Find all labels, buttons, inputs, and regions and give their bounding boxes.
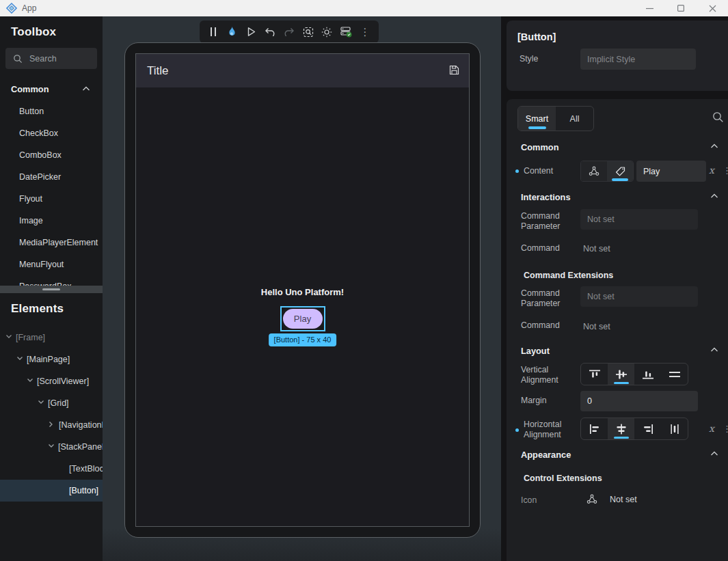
content-input[interactable]: Play — [636, 161, 706, 182]
binding-nodes-icon[interactable] — [587, 494, 597, 504]
server-status-icon[interactable] — [338, 24, 354, 40]
design-canvas[interactable]: ⋮ Title Hello Uno Platform! Play [Button… — [103, 16, 501, 561]
tree-item-frame[interactable]: [Frame] — [0, 327, 103, 348]
minimize-button[interactable] — [634, 0, 665, 16]
toolbox-item-image[interactable]: Image — [0, 210, 103, 232]
chevron-right-icon[interactable] — [49, 421, 53, 428]
toolbox-item-flyout[interactable]: Flyout — [0, 188, 103, 210]
toolbox-item-mediaplayerelement[interactable]: MediaPlayerElement — [0, 232, 103, 254]
valign-top-button[interactable] — [581, 364, 608, 385]
command-parameter-label: Command Parameter — [521, 211, 577, 232]
selection-handle[interactable] — [319, 325, 324, 330]
play-button[interactable] — [243, 24, 259, 40]
chevron-up-icon[interactable] — [710, 193, 718, 199]
panel-splitter[interactable] — [0, 286, 103, 293]
tree-label: [TextBloc — [69, 464, 103, 474]
hot-reload-flame-icon[interactable] — [224, 24, 241, 40]
tree-label: [Frame] — [16, 333, 45, 342]
ext-command-label: Command — [521, 320, 560, 330]
tab-all[interactable]: All — [556, 107, 593, 131]
halign-left-button[interactable] — [581, 418, 608, 439]
tree-item-stackpanel[interactable]: [StackPanel] — [0, 436, 103, 458]
markup-expression-icon[interactable]: x — [709, 423, 714, 434]
chevron-down-icon[interactable] — [5, 334, 12, 339]
app-navbar[interactable]: Title — [136, 54, 469, 87]
section-common[interactable]: Common — [521, 142, 558, 152]
markup-expression-icon[interactable]: x — [709, 165, 714, 176]
tree-item-grid[interactable]: [Grid] — [0, 392, 103, 414]
tree-item-button-selected[interactable]: [Button] — [0, 480, 103, 502]
tab-smart[interactable]: Smart — [518, 107, 556, 131]
chevron-up-icon[interactable] — [710, 347, 718, 353]
valign-stretch-button[interactable] — [661, 364, 688, 385]
selected-element-card: [Button] Style Implicit Style — [507, 20, 728, 91]
inspect-element-button[interactable] — [300, 24, 316, 40]
style-label: Style — [520, 54, 538, 64]
section-layout[interactable]: Layout — [521, 346, 550, 356]
align-vertical-center-icon — [615, 370, 628, 379]
tree-label: [StackPanel] — [58, 442, 103, 452]
content-literal-mode-button[interactable] — [607, 161, 633, 181]
chevron-down-icon[interactable] — [48, 443, 55, 448]
search-placeholder: Search — [29, 54, 57, 64]
maximize-button[interactable] — [665, 0, 697, 16]
tree-item-navigationbar[interactable]: [NavigationE — [0, 414, 103, 436]
property-menu-icon[interactable]: ⋮ — [723, 165, 728, 176]
chevron-up-icon[interactable] — [710, 143, 718, 149]
halign-stretch-button[interactable] — [661, 418, 688, 439]
tree-item-scrollviewer[interactable]: [ScrollViewer] — [0, 370, 103, 392]
chevron-down-icon[interactable] — [38, 400, 44, 405]
toggle-underline — [612, 178, 628, 181]
undo-button[interactable] — [262, 24, 278, 40]
tree-item-textblock[interactable]: [TextBloc — [0, 458, 103, 480]
chevron-down-icon[interactable] — [16, 356, 23, 361]
section-interactions[interactable]: Interactions — [521, 192, 571, 202]
more-options-button[interactable]: ⋮ — [357, 24, 373, 40]
content-binding-mode-button[interactable] — [581, 161, 607, 181]
device-screen[interactable]: Title Hello Uno Platform! Play [Button] … — [135, 53, 470, 527]
chevron-up-icon[interactable] — [710, 451, 718, 456]
toolbox-item-checkbox[interactable]: CheckBox — [0, 122, 103, 144]
left-sidebar: Toolbox Search Common Button CheckBox Co… — [0, 16, 103, 561]
toolbox-search-input[interactable]: Search — [5, 48, 97, 69]
command-value[interactable]: Not set — [583, 244, 610, 254]
tree-item-mainpage[interactable]: [MainPage] — [0, 348, 103, 370]
section-appearance[interactable]: Appearance — [521, 450, 571, 460]
ext-command-parameter-input[interactable]: Not set — [580, 286, 698, 307]
save-icon[interactable] — [449, 65, 459, 75]
window-titlebar: App — [0, 0, 728, 16]
hello-text[interactable]: Hello Uno Platform! — [261, 287, 344, 297]
halign-center-button[interactable] — [608, 418, 634, 439]
toolbox-item-combobox[interactable]: ComboBox — [0, 144, 103, 166]
redo-button[interactable] — [281, 24, 297, 40]
modified-indicator — [515, 169, 519, 173]
close-button[interactable] — [697, 0, 728, 16]
valign-center-button[interactable] — [608, 364, 634, 385]
property-menu-icon[interactable]: ⋮ — [723, 424, 728, 434]
icon-value[interactable]: Not set — [610, 495, 637, 504]
properties-search-icon[interactable] — [712, 111, 724, 123]
ext-command-value[interactable]: Not set — [583, 322, 610, 331]
theme-toggle-button[interactable] — [319, 24, 335, 40]
content-label: Content — [524, 166, 553, 176]
tree-label: [MainPage] — [27, 355, 70, 364]
vertical-alignment-group — [580, 363, 688, 385]
valign-bottom-button[interactable] — [634, 364, 661, 385]
chevron-up-icon[interactable] — [82, 86, 90, 92]
page-title: Title — [147, 64, 169, 78]
margin-input[interactable]: 0 — [580, 391, 698, 411]
play-button-control[interactable]: Play — [283, 309, 323, 329]
command-parameter-input[interactable]: Not set — [580, 209, 698, 230]
halign-right-button[interactable] — [634, 418, 661, 439]
pause-button[interactable] — [205, 24, 221, 40]
selected-element-name: [Button] — [517, 31, 556, 42]
chevron-down-icon[interactable] — [27, 378, 33, 383]
selection-box[interactable]: Play — [280, 306, 325, 331]
splitter-grip[interactable] — [42, 288, 60, 290]
align-right-icon — [643, 424, 653, 435]
toolbox-item-datepicker[interactable]: DatePicker — [0, 166, 103, 188]
style-input[interactable]: Implicit Style — [580, 49, 696, 70]
toolbox-item-menuflyout[interactable]: MenuFlyout — [0, 254, 103, 275]
toolbox-section-common[interactable]: Common — [11, 84, 49, 94]
toolbox-item-button[interactable]: Button — [0, 100, 103, 122]
